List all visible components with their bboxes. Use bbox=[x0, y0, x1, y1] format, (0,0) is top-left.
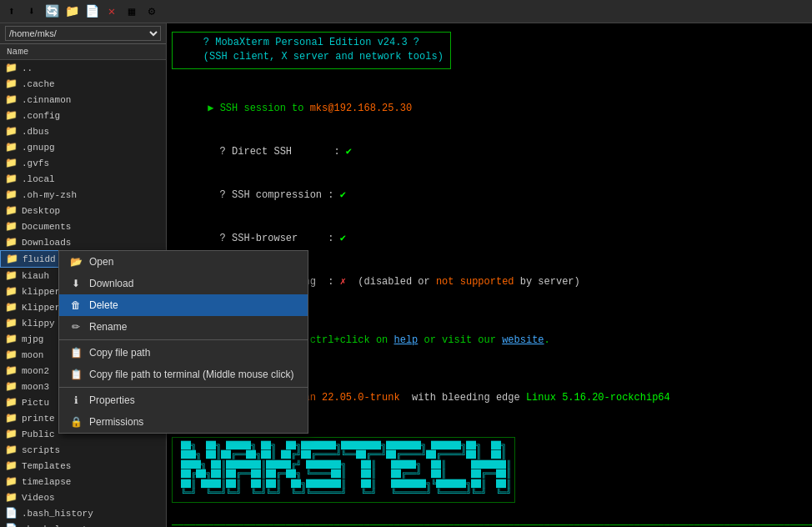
separator-1: ────────────────────────────────────────… bbox=[172, 519, 807, 527]
folder-icon: 📁 bbox=[5, 157, 18, 169]
blank-5 bbox=[172, 504, 807, 519]
toolbar-icon-refresh[interactable]: 🔄 bbox=[43, 3, 60, 20]
folder-icon: 📁 bbox=[5, 173, 18, 185]
file-label: .dbus bbox=[22, 127, 49, 137]
ctx-copy-path-terminal[interactable]: 📋 Copy file path to terminal (Middle mou… bbox=[59, 364, 308, 385]
file-item--cache[interactable]: 📁.cache bbox=[0, 76, 166, 92]
folder-icon: 📁 bbox=[5, 109, 18, 122]
folder-icon: 📁 bbox=[5, 459, 18, 472]
delete-icon: 🗑 bbox=[69, 299, 83, 312]
ctx-copy-path-label: Copy file path bbox=[89, 347, 150, 359]
file-item-Desktop[interactable]: 📁Desktop bbox=[0, 203, 166, 218]
folder-icon: 📁 bbox=[5, 364, 18, 377]
ctx-sep-2 bbox=[59, 387, 308, 388]
file-label: Documents bbox=[22, 222, 71, 232]
copy-path-terminal-icon: 📋 bbox=[69, 368, 83, 381]
ctx-open[interactable]: 📂 Open bbox=[59, 251, 308, 273]
ssh-session-line: ▶ SSH session to mks@192.168.25.30 bbox=[172, 87, 807, 130]
file-item--bash-history[interactable]: 📄.bash_history bbox=[0, 505, 166, 521]
file-label: printe bbox=[22, 414, 55, 424]
file-label: Klipper bbox=[22, 303, 60, 313]
ctx-rename[interactable]: ✏ Rename bbox=[59, 316, 308, 338]
ctx-properties-label: Properties bbox=[89, 394, 135, 406]
folder-icon: 📁 bbox=[5, 188, 18, 201]
file-label: .gvfs bbox=[22, 158, 49, 168]
folder-icon: 📁 bbox=[5, 62, 18, 74]
ctx-open-label: Open bbox=[89, 256, 113, 268]
file-label: Desktop bbox=[22, 206, 60, 216]
file-item-Documents[interactable]: 📁Documents bbox=[0, 218, 166, 234]
download-icon: ⬇ bbox=[69, 277, 83, 290]
ctx-copy-path[interactable]: 📋 Copy file path bbox=[59, 342, 308, 364]
context-menu: 📂 Open ⬇ Download 🗑 Delete ✏ Rename 📋 Co… bbox=[58, 250, 308, 434]
file-item-Downloads[interactable]: 📁Downloads bbox=[0, 234, 166, 250]
toolbar-icon-5[interactable]: ▦ bbox=[123, 3, 140, 20]
folder-icon: 📁 bbox=[5, 396, 18, 409]
file-label: Public bbox=[22, 429, 55, 439]
ctx-properties[interactable]: ℹ Properties bbox=[59, 389, 308, 411]
file-item--gvfs[interactable]: 📁.gvfs bbox=[0, 155, 166, 171]
file-label: Downloads bbox=[22, 238, 71, 248]
file-label: moon bbox=[22, 350, 43, 360]
path-bar: /home/mks/ bbox=[0, 23, 166, 44]
file-item--gnupg[interactable]: 📁.gnupg bbox=[0, 139, 166, 155]
folder-icon: 📁 bbox=[5, 444, 18, 456]
ctx-delete[interactable]: 🗑 Delete bbox=[59, 294, 308, 316]
file-label: klippy bbox=[22, 319, 55, 329]
file-item-Templates[interactable]: 📁Templates bbox=[0, 458, 166, 474]
folder-icon: 📁 bbox=[5, 204, 18, 217]
file-label: fluidd bbox=[23, 254, 56, 264]
path-selector[interactable]: /home/mks/ bbox=[5, 26, 161, 41]
file-label: kiauh bbox=[22, 271, 49, 281]
file-label: moon3 bbox=[22, 382, 49, 392]
folder-icon: 📁 bbox=[5, 333, 18, 345]
ctx-permissions[interactable]: 🔒 Permissions bbox=[59, 411, 308, 433]
toolbar-icon-2[interactable]: ⬇ bbox=[23, 3, 40, 20]
folder-icon: 📁 bbox=[6, 253, 18, 265]
direct-ssh-line: ? Direct SSH : ✔ bbox=[172, 130, 807, 173]
file-label: .config bbox=[22, 111, 60, 121]
name-header: Name bbox=[0, 44, 166, 60]
ctx-sep-1 bbox=[59, 339, 308, 340]
file-item--bash-logout[interactable]: 📄.bash_logout bbox=[0, 521, 166, 527]
file-label: .cinnamon bbox=[22, 95, 71, 105]
file-label: .oh-my-zsh bbox=[22, 190, 77, 200]
copy-path-icon: 📋 bbox=[69, 346, 83, 359]
file-label: Pictu bbox=[22, 398, 49, 408]
file-item--config[interactable]: 📁.config bbox=[0, 108, 166, 123]
ctx-delete-label: Delete bbox=[89, 299, 118, 311]
ctx-download-label: Download bbox=[89, 278, 133, 289]
file-item--cinnamon[interactable]: 📁.cinnamon bbox=[0, 92, 166, 108]
file-item-timelapse[interactable]: 📁timelapse bbox=[0, 474, 166, 489]
file-label: Templates bbox=[22, 461, 71, 471]
toolbar-icon-file[interactable]: 📄 bbox=[83, 3, 100, 20]
permissions-icon: 🔒 bbox=[69, 415, 83, 429]
folder-icon: 📁 bbox=[5, 78, 18, 90]
file-item--dbus[interactable]: 📁.dbus bbox=[0, 123, 166, 139]
file-label: mjpg bbox=[22, 334, 43, 344]
folder-icon: 📁 bbox=[5, 93, 18, 106]
folder-icon: 📁 bbox=[5, 125, 18, 138]
folder-icon: 📁 bbox=[5, 428, 18, 440]
file-label: .. bbox=[22, 63, 33, 73]
file-label: Videos bbox=[22, 493, 55, 503]
ctx-copy-path-terminal-label: Copy file path to terminal (Middle mouse… bbox=[89, 369, 293, 380]
toolbar-icon-close[interactable]: ✕ bbox=[103, 3, 120, 20]
toolbar-icon-1[interactable]: ⬆ bbox=[3, 3, 20, 20]
folder-icon: 📁 bbox=[5, 285, 18, 298]
folder-icon: 📁 bbox=[5, 236, 18, 248]
file-item--oh-my-zsh[interactable]: 📁.oh-my-zsh bbox=[0, 187, 166, 203]
ascii-art-box: ██╗ ██╗ █████╗ ██╗ ██╗███████╗████████╗█… bbox=[172, 437, 515, 503]
folder-icon: 📁 bbox=[5, 491, 18, 504]
file-label: .cache bbox=[22, 79, 55, 89]
ctx-download[interactable]: ⬇ Download bbox=[59, 273, 308, 294]
folder-icon: 📁 bbox=[5, 220, 18, 233]
header-sub: (SSH client, X server and network tools) bbox=[179, 50, 444, 64]
file-item--local[interactable]: 📁.local bbox=[0, 171, 166, 187]
toolbar-icon-folder[interactable]: 📁 bbox=[63, 3, 80, 20]
file-item---[interactable]: 📁.. bbox=[0, 60, 166, 76]
folder-icon: 📁 bbox=[5, 317, 18, 329]
file-item-scripts[interactable]: 📁scripts bbox=[0, 442, 166, 458]
file-item-Videos[interactable]: 📁Videos bbox=[0, 489, 166, 505]
toolbar-icon-6[interactable]: ⚙ bbox=[143, 3, 160, 20]
